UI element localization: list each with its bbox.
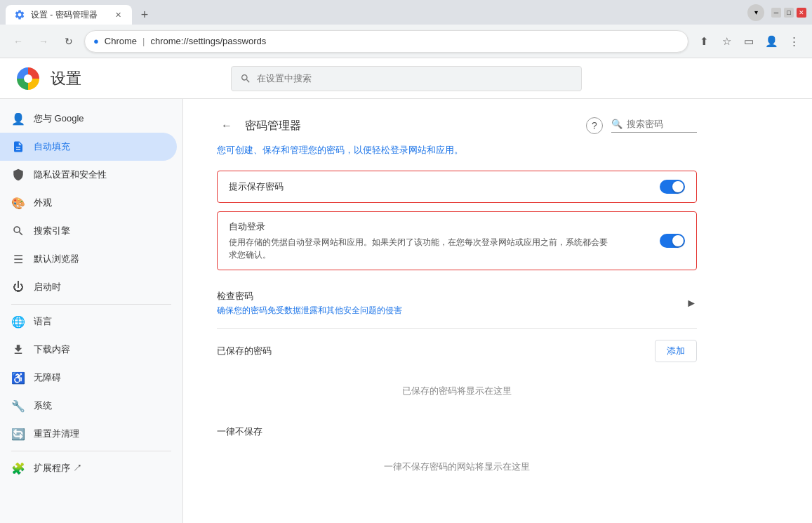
sidebar-item-accessibility[interactable]: ♿ 无障碍 [0,364,177,392]
sidebar-item-system[interactable]: 🔧 系统 [0,392,177,420]
menu-icon[interactable]: ⋮ [784,32,804,51]
chrome-logo [17,67,39,90]
browser-icon: ☰ [11,252,25,266]
google-icon: 👤 [11,112,25,126]
settings-header: 设置 [0,58,812,99]
sidebar-label-startup: 启动时 [34,281,61,293]
address-bar[interactable]: ● Chrome | chrome://settings/passwords [84,30,688,53]
saved-passwords-title: 已保存的密码 [217,345,272,357]
tab-close-btn[interactable]: ✕ [112,9,124,20]
never-save-section: 一律不保存 一律不保存密码的网站将显示在这里 [217,425,697,490]
saved-passwords-empty: 已保存的密码将显示在这里 [217,368,697,414]
tab-bar: 设置 - 密码管理器 ✕ + [6,0,743,25]
settings-tab-icon [14,9,25,20]
browser-brand: Chrome [105,36,137,46]
titlebar: 设置 - 密码管理器 ✕ + ▾ ─ □ ✕ [0,0,812,25]
toolbar: ← → ↻ ● Chrome | chrome://settings/passw… [0,25,812,58]
refresh-button[interactable]: ↻ [59,32,79,51]
sidebar-divider [11,304,171,305]
sidebar-label-search: 搜索引擎 [34,225,70,237]
sidebar-label-browser: 默认浏览器 [34,253,79,265]
forward-button[interactable]: → [34,32,53,51]
never-save-title: 一律不保存 [217,425,697,438]
reset-icon: 🔄 [11,427,25,441]
sidebar-item-extensions[interactable]: 🧩 扩展程序 ↗ [0,454,177,482]
download-icon [11,343,25,357]
language-icon: 🌐 [11,315,25,329]
check-password-desc: 确保您的密码免受数据泄露和其他安全问题的侵害 [217,305,402,317]
sidebar-item-browser[interactable]: ☰ 默认浏览器 [0,245,177,273]
bookmark-icon[interactable]: ☆ [717,32,736,51]
pm-search-icon: 🔍 [611,119,623,129]
check-password-title: 检查密码 [217,290,402,303]
minimize-button[interactable]: ─ [771,8,781,18]
search-icon [240,73,251,84]
pm-search-box[interactable]: 🔍 [611,119,697,133]
check-password-text: 检查密码 确保您的密码免受数据泄露和其他安全问题的侵害 [217,290,402,317]
sidebar-label-reset: 重置并清理 [34,428,79,440]
content-inner: ← 密码管理器 ? 🔍 您可创建、保存和管理您的密码，以便轻松登录网站和应用。 [183,99,731,507]
maximize-button[interactable]: □ [784,8,794,18]
pm-description: 您可创建、保存和管理您的密码，以便轻松登录网站和应用。 [217,144,697,157]
check-password-chevron: ► [686,297,697,310]
search-engine-icon [11,224,25,238]
accessibility-icon: ♿ [11,371,25,385]
settings-layout: 设置 👤 您与 Google 自动填充 [0,58,812,523]
sidebar-item-search[interactable]: 搜索引擎 [0,217,177,245]
toolbar-actions: ⬆ ☆ ▭ 👤 ⋮ [694,32,804,51]
security-icon: ● [93,36,99,46]
share-icon[interactable]: ⬆ [694,32,714,51]
back-button[interactable]: ← [8,32,28,51]
profile-icon[interactable]: 👤 [761,32,781,51]
pm-search-input[interactable] [627,119,697,129]
autofill-icon [11,140,25,154]
pm-back-button[interactable]: ← [217,116,237,135]
sidebar-label-appearance: 外观 [34,197,52,209]
active-tab[interactable]: 设置 - 密码管理器 ✕ [6,5,132,25]
settings-title: 设置 [51,68,81,89]
sidebar-item-reset[interactable]: 🔄 重置并清理 [0,420,177,448]
sidebar: 👤 您与 Google 自动填充 隐私设置和安全性 🎨 外观 [0,99,182,523]
pm-title: 密码管理器 [245,119,578,133]
show-password-label: 提示保存密码 [229,180,284,193]
window-icon[interactable]: ▭ [739,32,759,51]
tab-overflow-button[interactable]: ▾ [747,4,764,21]
sidebar-item-privacy[interactable]: 隐私设置和安全性 [0,161,177,189]
sidebar-item-download[interactable]: 下载内容 [0,336,177,364]
saved-passwords-header: 已保存的密码 添加 [217,329,697,368]
sidebar-label-google: 您与 Google [34,112,84,125]
auto-login-label: 自动登录 [229,220,615,233]
main-area: 👤 您与 Google 自动填充 隐私设置和安全性 🎨 外观 [0,99,812,523]
sidebar-label-system: 系统 [34,399,52,412]
sidebar-label-extensions: 扩展程序 ↗ [34,462,82,475]
sidebar-label-language: 语言 [34,315,52,328]
sidebar-item-google[interactable]: 👤 您与 Google [0,105,177,133]
pm-help-button[interactable]: ? [586,117,603,134]
auto-login-box: 自动登录 使用存储的凭据自动登录网站和应用。如果关闭了该功能，在您每次登录网站或… [217,211,697,270]
sidebar-label-download: 下载内容 [34,343,70,356]
sidebar-label-accessibility: 无障碍 [34,371,61,384]
auto-login-toggle[interactable] [660,234,685,248]
new-tab-button[interactable]: + [135,5,154,25]
sidebar-item-autofill[interactable]: 自动填充 [0,133,177,161]
sidebar-divider-2 [11,451,171,451]
pm-actions: ? 🔍 [586,117,697,134]
show-password-row: 提示保存密码 [229,180,685,194]
show-password-toggle[interactable] [660,180,685,194]
sidebar-item-appearance[interactable]: 🎨 外观 [0,189,177,217]
window-controls: ─ □ ✕ [771,8,806,18]
sidebar-label-privacy: 隐私设置和安全性 [34,168,107,181]
auto-login-desc: 使用存储的凭据自动登录网站和应用。如果关闭了该功能，在您每次登录网站或应用之前，… [229,236,615,261]
content-area: ← 密码管理器 ? 🔍 您可创建、保存和管理您的密码，以便轻松登录网站和应用。 [182,99,812,523]
settings-search-box[interactable] [231,66,582,91]
appearance-icon: 🎨 [11,196,25,210]
address-separator: | [142,36,145,46]
sidebar-item-startup[interactable]: ⏻ 启动时 [0,273,177,301]
never-save-empty: 一律不保存密码的网站将显示在这里 [217,444,697,490]
check-password-section[interactable]: 检查密码 确保您的密码免受数据泄露和其他安全问题的侵害 ► [217,279,697,329]
sidebar-item-language[interactable]: 🌐 语言 [0,307,177,336]
add-password-button[interactable]: 添加 [655,340,697,362]
settings-search-input[interactable] [257,73,573,84]
close-button[interactable]: ✕ [797,8,806,18]
startup-icon: ⏻ [11,280,25,294]
